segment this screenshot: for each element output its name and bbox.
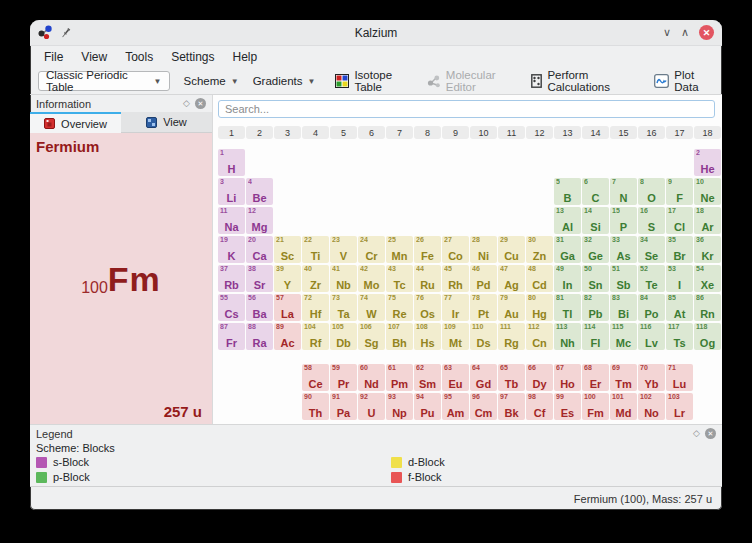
element-Mg[interactable]: 12Mg xyxy=(246,207,273,234)
group-header-1[interactable]: 1 xyxy=(218,126,245,139)
element-Xe[interactable]: 54Xe xyxy=(694,265,721,292)
element-Ho[interactable]: 67Ho xyxy=(554,364,581,391)
group-header-13[interactable]: 13 xyxy=(554,126,581,139)
element-H[interactable]: 1H xyxy=(218,149,245,176)
element-Rn[interactable]: 86Rn xyxy=(694,294,721,321)
perform-calculations-button[interactable]: Perform Calculations xyxy=(531,69,640,93)
plot-data-button[interactable]: Plot Data xyxy=(654,69,714,93)
element-Rf[interactable]: 104Rf xyxy=(302,323,329,350)
element-W[interactable]: 74W xyxy=(358,294,385,321)
element-Ce[interactable]: 58Ce xyxy=(302,364,329,391)
element-Cn[interactable]: 112Cn xyxy=(526,323,553,350)
menu-tools[interactable]: Tools xyxy=(117,48,161,66)
element-Ge[interactable]: 32Ge xyxy=(582,236,609,263)
element-Yb[interactable]: 70Yb xyxy=(638,364,665,391)
scheme-menu-button[interactable]: Scheme ▼ xyxy=(184,75,239,87)
group-header-12[interactable]: 12 xyxy=(526,126,553,139)
pin-icon[interactable] xyxy=(61,27,72,39)
element-Lv[interactable]: 116Lv xyxy=(638,323,665,350)
element-Db[interactable]: 105Db xyxy=(330,323,357,350)
element-Ca[interactable]: 20Ca xyxy=(246,236,273,263)
group-header-6[interactable]: 6 xyxy=(358,126,385,139)
element-Rh[interactable]: 45Rh xyxy=(442,265,469,292)
element-Zn[interactable]: 30Zn xyxy=(526,236,553,263)
element-In[interactable]: 49In xyxy=(554,265,581,292)
group-header-16[interactable]: 16 xyxy=(638,126,665,139)
element-I[interactable]: 53I xyxy=(666,265,693,292)
group-header-15[interactable]: 15 xyxy=(610,126,637,139)
element-Pu[interactable]: 94Pu xyxy=(414,393,441,420)
menu-view[interactable]: View xyxy=(73,48,115,66)
element-Ag[interactable]: 47Ag xyxy=(498,265,525,292)
group-header-5[interactable]: 5 xyxy=(330,126,357,139)
element-Sc[interactable]: 21Sc xyxy=(274,236,301,263)
element-Tb[interactable]: 65Tb xyxy=(498,364,525,391)
element-Mn[interactable]: 25Mn xyxy=(386,236,413,263)
element-Cl[interactable]: 17Cl xyxy=(666,207,693,234)
element-Mc[interactable]: 115Mc xyxy=(610,323,637,350)
element-Gd[interactable]: 64Gd xyxy=(470,364,497,391)
element-Cr[interactable]: 24Cr xyxy=(358,236,385,263)
element-Ta[interactable]: 73Ta xyxy=(330,294,357,321)
group-header-4[interactable]: 4 xyxy=(302,126,329,139)
element-Lr[interactable]: 103Lr xyxy=(666,393,693,420)
element-Ar[interactable]: 18Ar xyxy=(694,207,721,234)
group-header-14[interactable]: 14 xyxy=(582,126,609,139)
group-header-8[interactable]: 8 xyxy=(414,126,441,139)
element-Cd[interactable]: 48Cd xyxy=(526,265,553,292)
element-Pr[interactable]: 59Pr xyxy=(330,364,357,391)
element-Og[interactable]: 118Og xyxy=(694,323,721,350)
element-Nh[interactable]: 113Nh xyxy=(554,323,581,350)
element-Lu[interactable]: 71Lu xyxy=(666,364,693,391)
element-Nb[interactable]: 41Nb xyxy=(330,265,357,292)
element-Te[interactable]: 52Te xyxy=(638,265,665,292)
element-Sm[interactable]: 62Sm xyxy=(414,364,441,391)
element-Pb[interactable]: 82Pb xyxy=(582,294,609,321)
element-Ba[interactable]: 56Ba xyxy=(246,294,273,321)
element-Ts[interactable]: 117Ts xyxy=(666,323,693,350)
element-Kr[interactable]: 36Kr xyxy=(694,236,721,263)
element-Zr[interactable]: 40Zr xyxy=(302,265,329,292)
element-Hs[interactable]: 108Hs xyxy=(414,323,441,350)
dock-close-icon[interactable]: ✕ xyxy=(705,428,716,439)
element-Sb[interactable]: 51Sb xyxy=(610,265,637,292)
menu-file[interactable]: File xyxy=(36,48,71,66)
element-Fr[interactable]: 87Fr xyxy=(218,323,245,350)
menu-settings[interactable]: Settings xyxy=(163,48,222,66)
molecular-editor-button[interactable]: Molecular Editor xyxy=(427,69,518,93)
maximize-icon[interactable]: ∧ xyxy=(681,27,689,38)
element-Dy[interactable]: 66Dy xyxy=(526,364,553,391)
gradients-menu-button[interactable]: Gradients ▼ xyxy=(253,75,316,87)
group-header-17[interactable]: 17 xyxy=(666,126,693,139)
element-Rb[interactable]: 37Rb xyxy=(218,265,245,292)
table-type-select[interactable]: Classic Periodic Table ▼ xyxy=(38,71,170,91)
title-bar[interactable]: Kalzium ∨ ∧ ✕ xyxy=(30,20,722,46)
element-Tc[interactable]: 43Tc xyxy=(386,265,413,292)
group-header-11[interactable]: 11 xyxy=(498,126,525,139)
element-Ru[interactable]: 44Ru xyxy=(414,265,441,292)
group-header-10[interactable]: 10 xyxy=(470,126,497,139)
element-Rg[interactable]: 111Rg xyxy=(498,323,525,350)
element-Se[interactable]: 34Se xyxy=(638,236,665,263)
minimize-icon[interactable]: ∨ xyxy=(663,27,671,38)
element-Sg[interactable]: 106Sg xyxy=(358,323,385,350)
element-F[interactable]: 9F xyxy=(666,178,693,205)
element-Ti[interactable]: 22Ti xyxy=(302,236,329,263)
element-Fm[interactable]: 100Fm xyxy=(582,393,609,420)
element-K[interactable]: 19K xyxy=(218,236,245,263)
group-header-2[interactable]: 2 xyxy=(246,126,273,139)
element-Br[interactable]: 35Br xyxy=(666,236,693,263)
element-Ac[interactable]: 89Ac xyxy=(274,323,301,350)
element-Ne[interactable]: 10Ne xyxy=(694,178,721,205)
element-N[interactable]: 7N xyxy=(610,178,637,205)
element-Pm[interactable]: 61Pm xyxy=(386,364,413,391)
element-Sn[interactable]: 50Sn xyxy=(582,265,609,292)
dock-close-icon[interactable]: ✕ xyxy=(195,98,206,109)
element-Bi[interactable]: 83Bi xyxy=(610,294,637,321)
group-header-3[interactable]: 3 xyxy=(274,126,301,139)
element-As[interactable]: 33As xyxy=(610,236,637,263)
element-Bk[interactable]: 97Bk xyxy=(498,393,525,420)
element-Cs[interactable]: 55Cs xyxy=(218,294,245,321)
element-Co[interactable]: 27Co xyxy=(442,236,469,263)
element-La[interactable]: 57La xyxy=(274,294,301,321)
